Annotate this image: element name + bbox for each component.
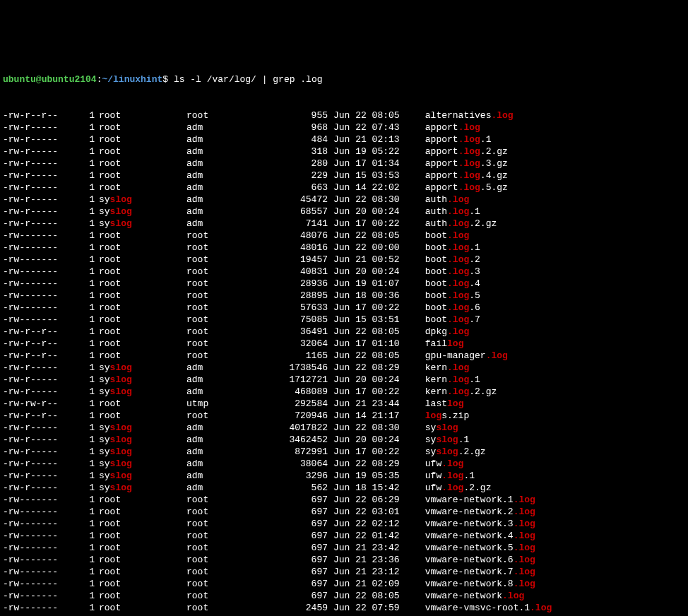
link-count: 1 <box>81 290 95 302</box>
file-name: apport.log.3.gz <box>425 158 508 170</box>
group: adm <box>186 362 278 374</box>
file-name: vmware-network.6.log <box>425 554 535 566</box>
file-name: boot.log.1 <box>425 242 480 254</box>
list-item: -rw-------1rootroot697Jun 22 03:01 vmwar… <box>3 506 685 518</box>
owner: root <box>95 350 186 362</box>
group: root <box>186 242 278 254</box>
file-date: Jun 17 00:22 <box>328 218 420 230</box>
file-size: 484 <box>278 134 328 146</box>
owner: root <box>95 314 186 326</box>
permissions: -rw-r----- <box>3 446 81 458</box>
file-name: vmware-network.1.log <box>425 494 535 506</box>
file-size: 36491 <box>278 326 328 338</box>
owner: syslog <box>95 374 186 386</box>
link-count: 1 <box>81 470 95 482</box>
file-date: Jun 22 08:05 <box>328 109 420 122</box>
list-item: -rw-------1rootroot48016Jun 22 00:00 boo… <box>3 242 685 254</box>
link-count: 1 <box>81 434 95 446</box>
owner: syslog <box>95 458 186 470</box>
list-item: -rw-------1rootroot40831Jun 20 00:24 boo… <box>3 266 685 278</box>
group: adm <box>186 182 278 194</box>
file-size: 697 <box>278 554 328 566</box>
link-count: 1 <box>81 122 95 134</box>
link-count: 1 <box>81 278 95 290</box>
file-name: ufw.log.2.gz <box>425 482 492 494</box>
list-item: -rw-------1rootroot697Jun 22 01:42 vmwar… <box>3 530 685 542</box>
link-count: 1 <box>81 482 95 494</box>
link-count: 1 <box>81 458 95 470</box>
group: root <box>186 494 278 506</box>
file-date: Jun 15 03:51 <box>328 314 420 326</box>
file-name: boot.log.5 <box>425 290 480 302</box>
file-name: alternatives.log <box>425 109 514 122</box>
owner: root <box>95 242 186 254</box>
file-name: apport.log.2.gz <box>425 146 508 158</box>
file-name: boot.log.2 <box>425 254 480 266</box>
file-size: 468089 <box>278 386 328 398</box>
file-date: Jun 22 01:42 <box>328 530 420 542</box>
file-name: syslog <box>425 422 458 434</box>
file-size: 75085 <box>278 314 328 326</box>
file-name: kern.log.1 <box>425 374 480 386</box>
file-name: syslog.2.gz <box>425 446 486 458</box>
link-count: 1 <box>81 218 95 230</box>
permissions: -rw------- <box>3 254 81 266</box>
group: adm <box>186 122 278 134</box>
file-size: 1165 <box>278 350 328 362</box>
terminal[interactable]: ubuntu@ubuntu2104:~/linuxhint$ ls -l /va… <box>3 49 685 616</box>
permissions: -rw------- <box>3 266 81 278</box>
permissions: -rw-r----- <box>3 122 81 134</box>
link-count: 1 <box>81 206 95 218</box>
file-name: ufw.log.1 <box>425 470 475 482</box>
file-size: 2459 <box>278 602 328 614</box>
permissions: -rw-r----- <box>3 158 81 170</box>
terminal-output: -rw-r--r--1rootroot955Jun 22 08:05 alter… <box>3 109 685 616</box>
permissions: -rw-r----- <box>3 386 81 398</box>
permissions: -rw-r----- <box>3 206 81 218</box>
permissions: -rw------- <box>3 302 81 314</box>
list-item: -rw-------1rootroot697Jun 21 23:36 vmwar… <box>3 554 685 566</box>
file-date: Jun 19 05:35 <box>328 470 420 482</box>
file-size: 19457 <box>278 254 328 266</box>
file-name: vmware-network.8.log <box>425 578 535 590</box>
owner: root <box>95 530 186 542</box>
file-name: syslog.1 <box>425 434 469 446</box>
owner: root <box>95 122 186 134</box>
link-count: 1 <box>81 410 95 422</box>
link-count: 1 <box>81 542 95 554</box>
permissions: -rw-r----- <box>3 170 81 182</box>
file-date: Jun 19 01:07 <box>328 278 420 290</box>
file-name: gpu-manager.log <box>425 350 508 362</box>
file-name: vmware-network.3.log <box>425 518 535 530</box>
list-item: -rw-------1rootroot697Jun 22 08:05 vmwar… <box>3 590 685 602</box>
file-size: 955 <box>278 109 328 122</box>
group: root <box>186 554 278 566</box>
file-date: Jun 22 07:43 <box>328 122 420 134</box>
link-count: 1 <box>81 350 95 362</box>
file-size: 1712721 <box>278 374 328 386</box>
owner: syslog <box>95 470 186 482</box>
file-size: 3462452 <box>278 434 328 446</box>
permissions: -rw------- <box>3 314 81 326</box>
file-size: 68557 <box>278 206 328 218</box>
group: adm <box>186 206 278 218</box>
file-name: auth.log.1 <box>425 206 480 218</box>
list-item: -rw-------1rootroot697Jun 22 02:12 vmwar… <box>3 518 685 530</box>
file-size: 1738546 <box>278 362 328 374</box>
group: adm <box>186 194 278 206</box>
file-name: vmware-network.5.log <box>425 542 535 554</box>
owner: root <box>95 182 186 194</box>
file-date: Jun 22 08:05 <box>328 230 420 242</box>
group: utmp <box>186 398 278 410</box>
owner: root <box>95 506 186 518</box>
prompt-path: ~/linuxhint <box>102 74 162 85</box>
group: root <box>186 506 278 518</box>
list-item: -rw-rw-r--1rootutmp292584Jun 21 23:44 la… <box>3 398 685 410</box>
owner: root <box>95 566 186 578</box>
group: adm <box>186 134 278 146</box>
group: adm <box>186 446 278 458</box>
permissions: -rw-rw-r-- <box>3 398 81 410</box>
owner: root <box>95 542 186 554</box>
list-item: -rw-r-----1syslogadm872991Jun 17 00:22 s… <box>3 446 685 458</box>
owner: root <box>95 410 186 422</box>
